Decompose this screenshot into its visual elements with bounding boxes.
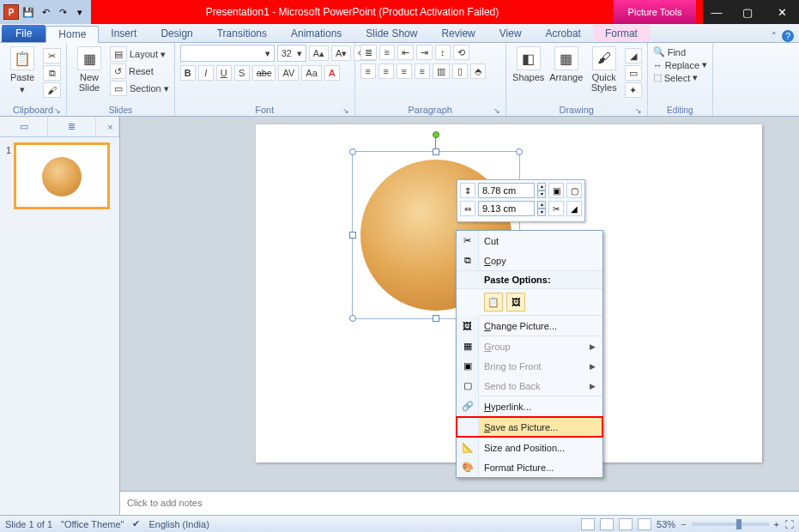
menu-size-and-position[interactable]: 📐Size and Position... [457, 438, 602, 457]
grow-font-button[interactable]: A▴ [309, 45, 329, 61]
menu-hyperlink[interactable]: 🔗Hyperlink... [457, 396, 602, 416]
qat-redo-icon[interactable]: ↷ [55, 4, 70, 20]
send-backward-icon[interactable]: ▢ [566, 183, 582, 198]
width-spin-up[interactable]: ▴ [537, 201, 546, 209]
chevron-down-icon[interactable]: ▾ [702, 59, 707, 70]
align-text-button[interactable]: ▯ [452, 63, 468, 79]
replace-button[interactable]: Replace [665, 60, 699, 70]
arrange-button[interactable]: ▦Arrange [549, 45, 584, 82]
reading-view-button[interactable] [619, 518, 633, 530]
numbering-button[interactable]: ≡ [379, 45, 395, 60]
drawing-dialog-launcher[interactable]: ↘ [635, 106, 642, 115]
notes-pane[interactable]: Click to add notes [120, 491, 799, 515]
maximize-button[interactable]: ▢ [730, 0, 765, 24]
columns-button[interactable]: ▥ [433, 63, 450, 79]
paste-option-picture[interactable]: 📋 [484, 293, 503, 311]
smartart-button[interactable]: ⬘ [470, 63, 486, 79]
thumb-tab-slides[interactable]: ▭ [0, 117, 48, 136]
cut-button[interactable]: ✂ [43, 48, 61, 63]
find-button[interactable]: Find [668, 47, 686, 57]
text-direction-button[interactable]: ⟲ [453, 45, 469, 60]
sorter-view-button[interactable] [600, 518, 614, 530]
resize-handle-t[interactable] [433, 148, 439, 155]
shrink-font-button[interactable]: A▾ [331, 45, 351, 61]
align-left-button[interactable]: ≡ [360, 63, 376, 79]
crop-icon[interactable]: ✂ [548, 201, 564, 216]
status-language[interactable]: English (India) [148, 519, 209, 529]
tab-animations[interactable]: Animations [279, 25, 354, 42]
resize-handle-tr[interactable] [516, 148, 523, 155]
menu-save-as-picture[interactable]: Save as Picture... [457, 417, 602, 437]
bring-forward-icon[interactable]: ▣ [548, 183, 564, 198]
justify-button[interactable]: ≡ [415, 63, 430, 79]
format-painter-button[interactable]: 🖌 [43, 82, 61, 98]
tab-file[interactable]: File [2, 25, 45, 42]
zoom-slider[interactable] [692, 523, 769, 526]
bullets-button[interactable]: ≣ [360, 45, 377, 60]
font-dialog-launcher[interactable]: ↘ [342, 106, 349, 115]
resize-handle-tl[interactable] [349, 148, 356, 155]
close-button[interactable]: ✕ [765, 0, 799, 24]
rotation-handle[interactable] [433, 131, 439, 138]
zoom-in-button[interactable]: + [774, 519, 779, 529]
help-icon[interactable]: ? [782, 30, 794, 42]
change-case-button[interactable]: Aa [301, 65, 321, 81]
font-color-button[interactable]: A [324, 65, 340, 81]
shape-outline-button[interactable]: ▭ [625, 65, 642, 81]
strike-button[interactable]: abc [252, 65, 276, 81]
select-button[interactable]: Select [664, 73, 691, 83]
tab-acrobat[interactable]: Acrobat [534, 25, 593, 42]
slideshow-view-button[interactable] [638, 518, 651, 530]
thumb-tab-outline[interactable]: ≣ [48, 117, 96, 136]
menu-change-picture[interactable]: 🖼Change Picture... [457, 316, 602, 336]
thumb-pane-close-icon[interactable]: × [102, 117, 119, 136]
normal-view-button[interactable] [581, 518, 595, 530]
shadow-button[interactable]: S [234, 65, 250, 81]
qat-save-icon[interactable]: 💾 [21, 4, 36, 20]
width-input[interactable]: 9.13 cm [478, 201, 535, 216]
tab-format[interactable]: Format [593, 25, 650, 42]
resize-handle-bl[interactable] [349, 315, 356, 322]
underline-button[interactable]: U [216, 65, 232, 81]
reset-button[interactable]: Reset [129, 66, 154, 76]
resize-handle-b[interactable] [433, 315, 439, 322]
chevron-down-icon[interactable]: ▾ [160, 49, 166, 60]
slide-editor[interactable]: ⇕ 8.78 cm ▴▾ ▣ ▢ ⇔ 9.13 cm ▴▾ ✂ ◢ ✂Cut ⧉… [120, 117, 799, 515]
tab-insert[interactable]: Insert [99, 25, 148, 42]
tab-view[interactable]: View [487, 25, 534, 42]
bold-button[interactable]: B [180, 65, 196, 81]
tab-slide-show[interactable]: Slide Show [354, 25, 429, 42]
menu-cut[interactable]: ✂Cut [457, 231, 602, 251]
qat-undo-icon[interactable]: ↶ [38, 4, 53, 20]
new-slide-button[interactable]: ▦ New Slide [72, 45, 106, 93]
zoom-percent[interactable]: 53% [657, 519, 675, 529]
fit-to-window-button[interactable]: ⛶ [784, 519, 794, 529]
picture-styles-icon[interactable]: ◢ [566, 201, 582, 216]
menu-copy[interactable]: ⧉Copy [457, 251, 602, 270]
shape-effects-button[interactable]: ✦ [625, 82, 642, 98]
line-spacing-button[interactable]: ↕ [435, 45, 451, 60]
width-spin-down[interactable]: ▾ [537, 209, 546, 216]
minimize-button[interactable]: — [703, 0, 730, 24]
align-right-button[interactable]: ≡ [396, 63, 412, 79]
chevron-down-icon[interactable]: ▾ [693, 72, 698, 83]
paragraph-dialog-launcher[interactable]: ↘ [493, 106, 500, 115]
height-spin-down[interactable]: ▾ [537, 190, 546, 198]
chevron-down-icon[interactable]: ▾ [164, 83, 169, 94]
increase-indent-button[interactable]: ⇥ [416, 45, 433, 60]
decrease-indent-button[interactable]: ⇤ [397, 45, 414, 60]
char-spacing-button[interactable]: AV [278, 65, 299, 81]
paste-option-keep[interactable]: 🖼 [506, 293, 525, 311]
shapes-button[interactable]: ◧Shapes [511, 45, 546, 82]
align-center-button[interactable]: ≡ [378, 63, 394, 79]
height-spin-up[interactable]: ▴ [537, 183, 546, 190]
resize-handle-l[interactable] [349, 232, 356, 239]
tab-design[interactable]: Design [148, 25, 204, 42]
minimize-ribbon-icon[interactable]: ˄ [772, 31, 777, 42]
shape-fill-button[interactable]: ◢ [625, 48, 642, 63]
qat-dropdown-icon[interactable]: ▾ [72, 4, 88, 20]
font-name-combo[interactable]: ▾ [180, 45, 275, 62]
italic-button[interactable]: I [198, 65, 214, 81]
layout-button[interactable]: Layout [130, 49, 158, 59]
quick-styles-button[interactable]: 🖌Quick Styles [587, 45, 621, 93]
